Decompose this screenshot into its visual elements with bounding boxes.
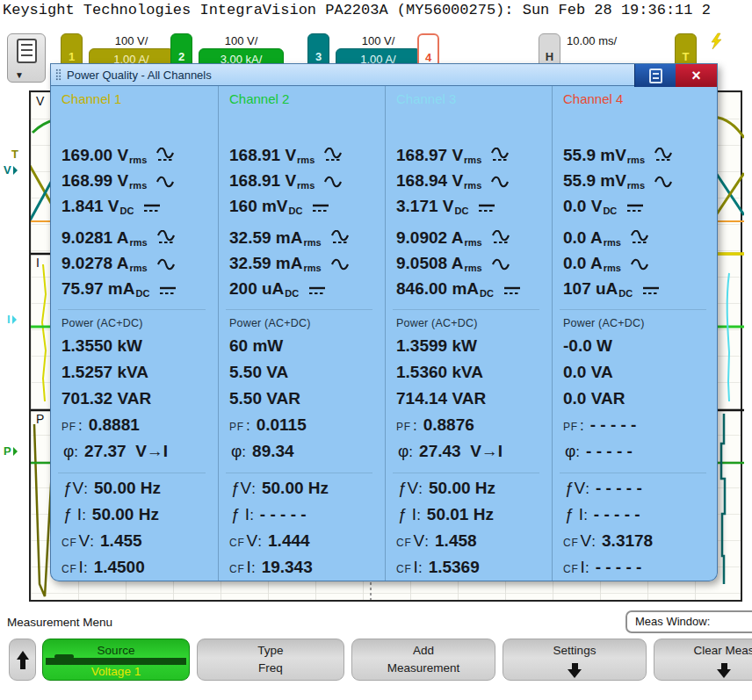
freq-v-row: ƒV:50.00 Hz [396, 475, 546, 502]
dialog-close-button[interactable]: × [676, 64, 717, 87]
down-arrow-icon [717, 663, 731, 678]
crest-factor-i-row: CFI:1.4500 [61, 554, 213, 581]
ac-dc-icon [490, 231, 511, 246]
system-title: Keysight Technologies IntegraVision PA22… [3, 2, 752, 18]
adc-row: 75.97 mADC [61, 276, 213, 301]
frequency-section: ƒV:50.00 Hz ƒ I:- - - - - CFV:1.444 CFI:… [229, 475, 380, 581]
adc-row: 846.00 mADC [396, 276, 546, 301]
rms-section: 168.97 Vrms 168.94 Vrms 3.171 VDC 9.0902… [396, 142, 546, 301]
menu-back-button[interactable] [9, 639, 36, 681]
ac-icon [155, 256, 177, 271]
vrms-acdc-row: 169.00 Vrms [61, 142, 213, 168]
watts-row: 1.3599 kW [396, 333, 546, 359]
adc-row: 107 uADC [563, 276, 713, 301]
source-softkey[interactable]: Source Voltage 1 [42, 639, 190, 681]
main-menu-button[interactable]: ▼ [7, 33, 46, 83]
phase-row: φ:27.43 V→I [396, 438, 546, 465]
channel-title: Channel 4 [563, 91, 713, 107]
freq-i-row: ƒ I:50.00 Hz [61, 502, 213, 528]
section-divider [226, 473, 372, 473]
watts-row: 60 mW [229, 333, 380, 359]
timebase-value: 10.00 ms/ [567, 34, 617, 47]
dc-icon [307, 282, 328, 297]
clear-measurements-softkey[interactable]: Clear Meas [654, 639, 752, 681]
pf-row: PF:0.0115 [229, 412, 380, 438]
phase-row: φ:- - - - - [563, 438, 713, 465]
channel-title: Channel 3 [396, 91, 546, 107]
channel-1-volts-scale: 100 V/ [89, 34, 174, 47]
ac-icon [322, 174, 343, 189]
section-divider [226, 309, 372, 310]
section-divider [560, 309, 706, 310]
frequency-section: ƒV:50.00 Hz ƒ I:50.01 Hz CFV:1.458 CFI:1… [396, 475, 546, 581]
arms-acdc-row: 32.59 mArms [229, 225, 380, 250]
ac-icon [490, 256, 511, 271]
channel-title: Channel 1 [61, 91, 213, 107]
var-row: 701.32 VAR [61, 386, 213, 412]
trigger-level-marker[interactable]: T [11, 148, 18, 161]
dc-icon [625, 199, 646, 214]
vrms-acdc-row: 55.9 mVrms [563, 142, 713, 168]
channel-2-column: Channel 2 168.91 Vrms 168.91 Vrms 160 mV… [218, 86, 385, 581]
section-divider [58, 309, 206, 310]
freq-v-row: ƒV:50.00 Hz [61, 475, 213, 502]
channel-4-column: Channel 4 55.9 mVrms 55.9 mVrms 0.0 VDC … [552, 86, 718, 581]
arms-ac-row: 9.0278 Arms [61, 250, 213, 276]
type-softkey[interactable]: Type Freq [197, 639, 344, 681]
power-section-header: Power (AC+DC) [563, 317, 713, 333]
dc-icon [310, 199, 331, 214]
phase-row: φ:89.34 [229, 438, 380, 465]
ac-icon [329, 256, 351, 271]
settings-softkey[interactable]: Settings [503, 639, 647, 681]
dialog-title: Power Quality - All Channels [67, 69, 212, 82]
vrms-ac-row: 168.94 Vrms [396, 168, 546, 193]
crest-factor-i-row: CFI:- - - - - [563, 554, 713, 581]
voltage-ground-marker[interactable]: V [4, 163, 18, 177]
vdc-row: 0.0 VDC [563, 193, 713, 219]
rms-section: 169.00 Vrms 168.99 Vrms 1.841 VDC 9.0281… [61, 142, 213, 301]
crest-factor-i-row: CFI:19.343 [229, 554, 380, 581]
pf-row: PF:0.8876 [396, 412, 546, 438]
add-measurement-softkey[interactable]: Add Measurement [351, 639, 495, 681]
arms-ac-row: 9.0508 Arms [396, 250, 546, 276]
frequency-section: ƒV:- - - - - ƒ I:- - - - - CFV:3.3178 CF… [563, 475, 713, 581]
frequency-section: ƒV:50.00 Hz ƒ I:50.00 Hz CFV:1.455 CFI:1… [61, 475, 213, 581]
arms-ac-row: 0.0 Arms [563, 250, 713, 276]
power-quality-dialog: Power Quality - All Channels × Channel 1… [50, 63, 718, 581]
vrms-acdc-row: 168.97 Vrms [396, 142, 546, 168]
ac-icon [629, 256, 650, 271]
ac-icon [489, 174, 510, 189]
section-divider [58, 473, 206, 473]
phase-row: φ:27.37 V→I [61, 438, 213, 465]
crest-factor-v-row: CFV:3.3178 [563, 528, 713, 554]
var-row: 5.50 VAR [229, 386, 380, 412]
va-row: 5.50 VA [229, 359, 380, 386]
ac-dc-icon [322, 148, 343, 163]
ac-dc-icon [629, 231, 650, 246]
crest-factor-v-row: CFV:1.444 [229, 528, 380, 554]
crest-factor-i-row: CFI:1.5369 [396, 554, 546, 581]
power-ground-marker[interactable]: P [4, 444, 18, 458]
dialog-menu-button[interactable] [634, 64, 676, 87]
va-row: 0.0 VA [563, 359, 713, 386]
power-section-header: Power (AC+DC) [229, 317, 380, 333]
arms-ac-row: 32.59 mArms [229, 250, 380, 276]
down-arrow-icon [568, 663, 582, 678]
dialog-titlebar[interactable]: Power Quality - All Channels × [50, 63, 718, 86]
instrument-screen: Keysight Technologies IntegraVision PA22… [0, 0, 752, 700]
ac-icon [155, 174, 176, 189]
trigger-bolt-icon [708, 32, 724, 54]
right-arrow-icon [12, 315, 17, 324]
dc-icon [502, 282, 523, 297]
dc-icon [141, 199, 163, 214]
var-row: 0.0 VAR [563, 386, 713, 412]
channel-3-volts-scale: 100 V/ [336, 34, 421, 47]
vdc-row: 1.841 VDC [61, 193, 213, 219]
vrms-acdc-row: 168.91 Vrms [229, 142, 380, 168]
dialog-body: Channel 1 169.00 Vrms 168.99 Vrms 1.841 … [50, 86, 718, 581]
va-row: 1.5360 kVA [396, 359, 546, 386]
pf-row: PF:- - - - - [563, 412, 713, 438]
meas-window-button[interactable]: Meas Window: [625, 610, 752, 633]
crest-factor-v-row: CFV:1.458 [396, 528, 546, 554]
current-ground-marker[interactable]: I [7, 313, 17, 326]
